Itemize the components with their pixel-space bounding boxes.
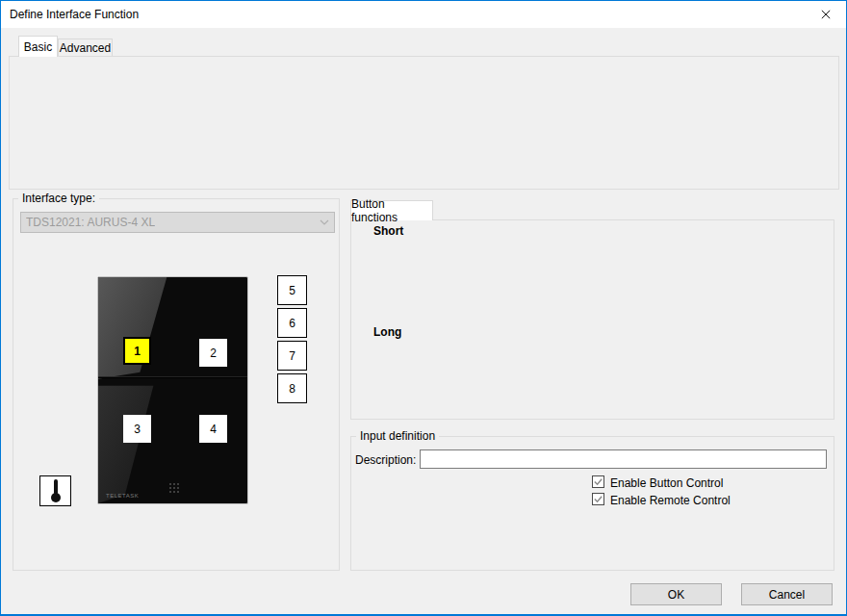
checkmark-icon <box>593 494 603 504</box>
description-input[interactable] <box>420 449 827 469</box>
device-button-2[interactable]: 2 <box>199 339 227 367</box>
ir-sensor-grid <box>168 482 181 495</box>
define-interface-function-dialog: Define Interface Function Basic Advanced… <box>0 0 847 616</box>
description-label: Description: <box>355 453 416 467</box>
input-definition-group-label: Input definition <box>356 430 439 442</box>
tab-basic-label: Basic <box>24 40 52 54</box>
thermometer-button[interactable] <box>39 475 71 506</box>
window-title: Define Interface Function <box>10 8 139 21</box>
enable-remote-control-checkbox[interactable] <box>592 493 604 505</box>
cancel-button[interactable]: Cancel <box>741 583 833 605</box>
enable-button-control-checkbox[interactable] <box>592 475 604 488</box>
device-button-label: 6 <box>289 317 295 330</box>
tab-button-functions[interactable]: Button functions <box>350 200 433 220</box>
device-button-6[interactable]: 6 <box>277 308 307 338</box>
device-button-8[interactable]: 8 <box>277 373 307 403</box>
chevron-down-icon <box>320 219 329 225</box>
close-button[interactable] <box>815 5 836 24</box>
interface-type-group-label: Interface type: <box>18 192 99 204</box>
device-button-4[interactable]: 4 <box>199 415 227 443</box>
device-button-label: 8 <box>289 382 295 396</box>
device-button-label: 2 <box>210 346 217 360</box>
checkmark-icon <box>593 476 603 487</box>
basic-tab-panel <box>9 56 839 190</box>
tab-basic[interactable]: Basic <box>18 36 58 57</box>
device-button-5[interactable]: 5 <box>277 275 307 305</box>
long-group-label: Long <box>370 326 405 338</box>
device-button-label: 4 <box>210 423 217 436</box>
device-seam <box>98 376 247 378</box>
ok-button[interactable]: OK <box>630 583 722 605</box>
device-button-label: 5 <box>289 284 295 297</box>
device-button-1[interactable]: 1 <box>123 337 151 365</box>
tab-advanced-label: Advanced <box>60 41 111 55</box>
enable-button-control-label: Enable Button Control <box>610 476 723 490</box>
device-button-label: 1 <box>134 345 141 358</box>
teletask-logo: TELETASK <box>106 493 139 499</box>
device-preview: 1 2 3 4 TELETASK <box>97 276 248 504</box>
enable-remote-control-label: Enable Remote Control <box>610 494 731 507</box>
device-button-label: 7 <box>289 349 295 363</box>
tab-button-functions-label: Button functions <box>351 197 432 224</box>
interface-type-select[interactable]: TDS12021: AURUS-4 XL <box>20 212 335 233</box>
button-functions-panel <box>350 219 834 420</box>
tab-advanced[interactable]: Advanced <box>58 38 113 57</box>
thermometer-icon <box>48 478 64 503</box>
title-bar: Define Interface Function <box>1 1 846 28</box>
close-icon <box>821 9 831 20</box>
device-button-7[interactable]: 7 <box>277 341 307 371</box>
device-button-label: 3 <box>134 423 141 436</box>
interface-type-value: TDS12021: AURUS-4 XL <box>26 216 155 229</box>
short-group-label: Short <box>370 225 407 237</box>
device-button-3[interactable]: 3 <box>123 415 151 443</box>
